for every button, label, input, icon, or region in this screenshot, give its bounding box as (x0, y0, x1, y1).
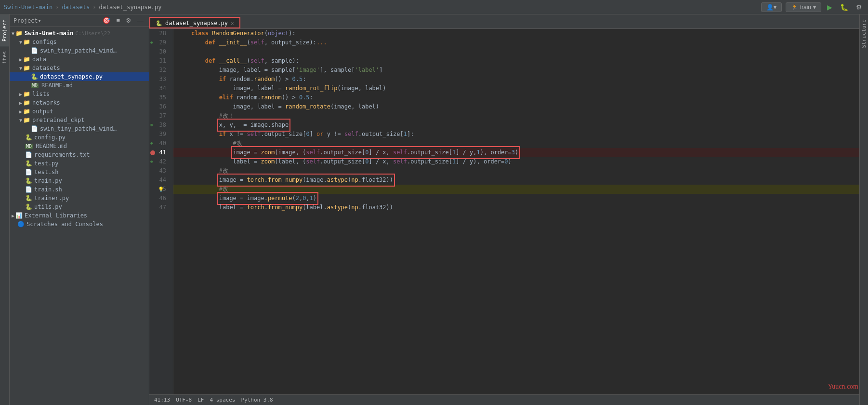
code-line-36: image, label = random_rotate(image, labe… (173, 102, 859, 111)
run-config-selector[interactable]: 🏃 train ▾ (786, 2, 821, 12)
tree-item-networks[interactable]: ▶ 📁 networks (10, 98, 149, 107)
code-line-28: class RandomGenerator(object): (173, 29, 859, 38)
tree-item-test-sh[interactable]: 📄 test.sh (10, 168, 149, 176)
project-tab[interactable]: Project (0, 14, 9, 46)
code-line-33: if random.random() > 0.5: (173, 75, 859, 84)
breadcrumb: Swin-Unet-main › datasets › dataset_syna… (4, 4, 161, 11)
ln-36: 36 (149, 102, 169, 111)
debug-button[interactable]: 🐛 (838, 2, 850, 12)
encoding: UTF-8 (176, 397, 192, 403)
ln-29: ⊕ 29 (149, 38, 169, 47)
ln-40: ⊕ 40 (149, 139, 169, 148)
tab-close-button[interactable]: ✕ (231, 20, 234, 27)
tree-item-utils[interactable]: 🐍 utils.py (10, 202, 149, 211)
tab-file-icon: 🐍 (156, 20, 162, 27)
python-version: Python 3.8 (241, 397, 273, 403)
run-button[interactable]: ▶ (825, 2, 834, 12)
watermark: Yuucn.com (828, 383, 858, 391)
left-sidebar-tabs: Project ites (0, 14, 10, 405)
ln-31: 31 (149, 56, 169, 66)
breadcrumb-root[interactable]: Swin-Unet-main (4, 4, 53, 11)
ln-41: 41 (149, 148, 169, 157)
editor-tab-dataset-synapse[interactable]: 🐍 dataset_synapse.py ✕ (149, 17, 240, 28)
close-panel-button[interactable]: — (136, 16, 145, 25)
code-line-38: x, y,_ = image.shape (173, 121, 859, 130)
tree-item-data[interactable]: ▶ 📁 data (10, 55, 149, 64)
code-line-45: #改 (173, 185, 859, 194)
ln-28: 28 (149, 29, 169, 38)
line-col: 41:13 (154, 397, 170, 403)
code-line-41: image = zoom(image, (self.output_size[0]… (173, 148, 859, 157)
code-content[interactable]: class RandomGenerator(object): def __ini… (173, 29, 859, 394)
ln-44: 44 (149, 176, 169, 185)
ln-45: 💡 45 (149, 185, 169, 194)
tree-item-trainer[interactable]: 🐍 trainer.py (10, 194, 149, 202)
indent-info: 4 spaces (210, 397, 236, 403)
project-panel-title: Project▾ (13, 17, 98, 24)
structure-tab[interactable]: Structure (859, 14, 868, 53)
editor-area: 🐍 dataset_synapse.py ✕ 28 ⊕ 29 30 31 32 … (149, 14, 859, 405)
user-icon-button[interactable]: 👤▾ (761, 2, 782, 12)
code-line-31: def __call__(self, sample): (173, 56, 859, 66)
tree-item-train-sh[interactable]: 📄 train.sh (10, 185, 149, 194)
breadcrumb-file: dataset_synapse.py (99, 4, 161, 11)
ln-37: 37 (149, 111, 169, 121)
ln-47: 47 (149, 203, 169, 212)
tree-item-train-py[interactable]: 🐍 train.py (10, 176, 149, 185)
project-panel-header: Project▾ 🎯 ≡ ⚙ — (10, 14, 149, 27)
tree-item-root[interactable]: ▼ 📁 Swin-Unet-main C:\Users\22 (10, 29, 149, 38)
ites-tab[interactable]: ites (0, 46, 9, 69)
ln-34: 34 (149, 84, 169, 93)
ln-43: 43 (149, 166, 169, 176)
tree-item-readme2[interactable]: MD README.md (10, 142, 149, 150)
code-line-39: if x != self.output_size[0] or y != self… (173, 130, 859, 139)
code-line-30 (173, 47, 859, 56)
ln-35: 35 (149, 93, 169, 102)
code-line-46: image = image.permute(2,0,1) (173, 194, 859, 203)
tree-item-configs[interactable]: ▼ 📁 configs (10, 38, 149, 46)
line-numbers: 28 ⊕ 29 30 31 32 33 34 35 36 37 ⊕ 38 39 (149, 29, 173, 394)
ln-39: 39 (149, 130, 169, 139)
main-layout: Project ites Project▾ 🎯 ≡ ⚙ — ▼ 📁 Swin-U… (0, 14, 868, 405)
tree-item-lists[interactable]: ▶ 📁 lists (10, 90, 149, 98)
tree-item-test-py[interactable]: 🐍 test.py (10, 159, 149, 168)
tree-item-config[interactable]: 🐍 config.py (10, 133, 149, 142)
tree-item-datasets[interactable]: ▼ 📁 datasets (10, 64, 149, 72)
code-line-43: #改 (173, 166, 859, 176)
ln-33: 33 (149, 75, 169, 84)
code-line-40: #改 (173, 139, 859, 148)
tree-item-swin-yaml[interactable]: 📄 swin_tiny_patch4_wind… (10, 46, 149, 55)
project-panel: Project▾ 🎯 ≡ ⚙ — ▼ 📁 Swin-Unet-main C:\U… (10, 14, 149, 405)
code-editor: 28 ⊕ 29 30 31 32 33 34 35 36 37 ⊕ 38 39 (149, 29, 859, 394)
code-line-35: elif random.random() > 0.5: (173, 93, 859, 102)
code-line-29: def __init__(self, output_size):... (173, 38, 859, 47)
tab-bar: 🐍 dataset_synapse.py ✕ (149, 14, 859, 29)
tree-item-swin2[interactable]: 📄 swin_tiny_patch4_wind… (10, 124, 149, 133)
code-line-37: #改！ (173, 111, 859, 121)
code-line-47: label = torch.from_numpy(label.astype(np… (173, 203, 859, 212)
topbar-actions: 👤▾ 🏃 train ▾ ▶ 🐛 ⚙ (761, 2, 864, 12)
scope-icon-button[interactable]: 🎯 (101, 16, 112, 25)
tree-item-ext-libs[interactable]: ▶ 📊 External Libraries (10, 211, 149, 220)
topbar: Swin-Unet-main › datasets › dataset_syna… (0, 0, 868, 14)
tree-item-readme1[interactable]: MD README.md (10, 81, 149, 90)
line-sep: LF (197, 397, 204, 403)
tree-item-scratches[interactable]: 🔵 Scratches and Consoles (10, 220, 149, 229)
code-line-32: image, label = sample['image'], sample['… (173, 66, 859, 75)
tab-label: dataset_synapse.py (165, 20, 228, 27)
settings-button[interactable]: ⚙ (124, 16, 133, 25)
structure-panel: Structure (859, 14, 868, 405)
file-tree: ▼ 📁 Swin-Unet-main C:\Users\22 ▼ 📁 confi… (10, 27, 149, 405)
tree-item-dataset-synapse[interactable]: 🐍 dataset_synapse.py (10, 72, 149, 81)
breadcrumb-datasets[interactable]: datasets (62, 4, 90, 11)
tree-item-requirements[interactable]: 📄 requirements.txt (10, 150, 149, 159)
code-line-44: image = torch.from_numpy(image.astype(np… (173, 176, 859, 185)
tree-item-output[interactable]: ▶ 📁 output (10, 107, 149, 116)
profile-button[interactable]: ⚙ (854, 2, 864, 12)
ln-32: 32 (149, 66, 169, 75)
ln-38: ⊕ 38 (149, 121, 169, 130)
tree-item-pretrained[interactable]: ▼ 📁 pretrained_ckpt (10, 116, 149, 124)
code-line-42: label = zoom(label, (self.output_size[0]… (173, 157, 859, 166)
collapse-all-button[interactable]: ≡ (115, 16, 121, 25)
bottom-status-bar: 41:13 UTF-8 LF 4 spaces Python 3.8 (149, 394, 859, 405)
